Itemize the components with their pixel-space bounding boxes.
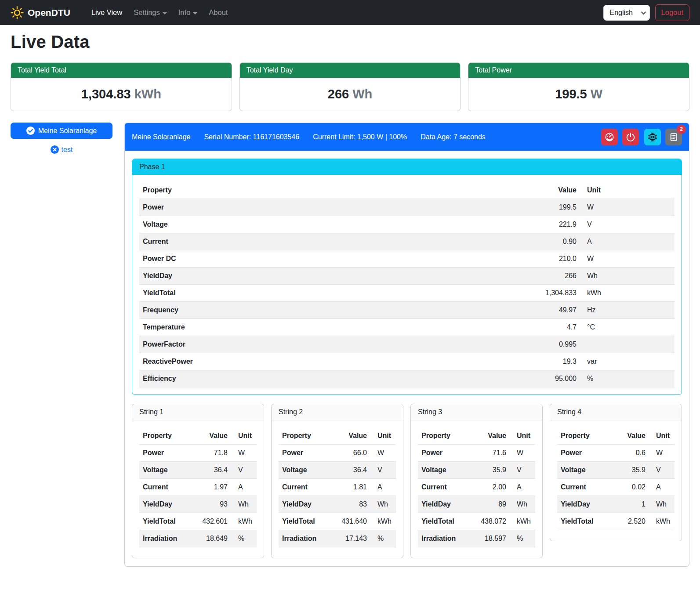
property-cell: YieldTotal [557, 513, 609, 530]
property-cell: Power [557, 445, 609, 462]
value-cell: 95.000 [527, 370, 580, 387]
property-cell: Voltage [418, 462, 469, 479]
value-cell: 438.072 [469, 513, 510, 530]
column-header: Unit [649, 427, 675, 445]
nav-item-info[interactable]: Info [178, 8, 198, 17]
nav-item-about[interactable]: About [209, 8, 228, 17]
brand-link[interactable]: OpenDTU [11, 6, 70, 19]
property-cell: YieldDay [279, 496, 330, 513]
unit-cell: kWh [370, 513, 396, 530]
unit-cell: % [370, 530, 396, 547]
string-1-card: String 1 PropertyValueUnitPower71.8WVolt… [132, 404, 264, 558]
value-cell: 71.6 [469, 445, 510, 462]
table-row: Current1.81A [279, 479, 396, 496]
table-row: Temperature4.7°C [139, 319, 675, 336]
value-cell: 19.3 [527, 353, 580, 370]
strings-row: String 1 PropertyValueUnitPower71.8WVolt… [132, 404, 682, 558]
property-cell: Power [279, 445, 330, 462]
event-log-button[interactable]: 2 [665, 129, 682, 145]
device-info-button[interactable] [644, 129, 661, 145]
card-value: 199.5 [555, 87, 587, 101]
property-cell: Frequency [139, 302, 527, 319]
page-title: Live Data [11, 32, 689, 52]
selected-inverter-button[interactable]: Meine Solaranlage [11, 123, 112, 139]
value-cell: 18.649 [191, 530, 231, 547]
language-select[interactable]: English [603, 5, 650, 21]
table-header-row: PropertyValueUnit [418, 427, 535, 445]
nav-item-settings[interactable]: Settings [134, 8, 167, 17]
property-cell: Current [279, 479, 330, 496]
unit-cell: % [231, 530, 257, 547]
value-cell: 1 [609, 496, 649, 513]
unit-cell: A [649, 479, 675, 496]
inverter-serial: Serial Number: 116171603546 [204, 133, 299, 141]
gauge-icon [605, 132, 614, 142]
property-cell: Voltage [557, 462, 609, 479]
unit-cell: Wh [580, 268, 675, 285]
column-header: Value [469, 427, 510, 445]
unit-cell: % [580, 370, 675, 387]
table-row: YieldDay89Wh [418, 496, 535, 513]
inverter-selector-sidebar: Meine Solaranlage test [11, 123, 112, 154]
string-1-table: PropertyValueUnitPower71.8WVoltage36.4VC… [139, 427, 257, 547]
table-row: YieldTotal2.520kWh [557, 513, 675, 530]
table-header-row: PropertyValueUnit [139, 427, 257, 445]
inverter-data-age: Data Age: 7 seconds [421, 133, 486, 141]
inverter-test-label: test [62, 146, 73, 154]
nav-item-live-view[interactable]: Live View [91, 8, 122, 17]
table-row: Irradiation18.597% [418, 530, 535, 547]
phase-title: Phase 1 [132, 159, 682, 175]
column-header: Value [609, 427, 649, 445]
unit-cell: W [580, 199, 675, 216]
property-cell: YieldDay [418, 496, 469, 513]
card-title: Total Yield Total [11, 63, 232, 78]
value-cell: 35.9 [609, 462, 649, 479]
unit-cell: W [231, 445, 257, 462]
card-title: Total Yield Day [240, 63, 461, 78]
value-cell: 432.601 [191, 513, 231, 530]
card-value: 266 [328, 87, 349, 101]
unit-cell: var [580, 353, 675, 370]
unit-cell: W [370, 445, 396, 462]
power-icon [626, 132, 635, 142]
column-header: Property [139, 182, 527, 199]
limit-settings-button[interactable] [601, 129, 618, 145]
value-cell: 35.9 [469, 462, 510, 479]
card-unit: W [591, 87, 602, 101]
value-cell: 1,304.833 [527, 285, 580, 302]
check-circle-icon [26, 127, 35, 135]
table-row: YieldDay1Wh [557, 496, 675, 513]
table-header-row: PropertyValueUnit [139, 182, 675, 199]
column-header: Property [279, 427, 330, 445]
card-unit: Wh [352, 87, 372, 101]
unit-cell: kWh [231, 513, 257, 530]
table-row: Current0.90A [139, 233, 675, 250]
unit-cell: W [580, 250, 675, 268]
table-row: Voltage36.4V [279, 462, 396, 479]
property-cell: YieldTotal [418, 513, 469, 530]
logout-button[interactable]: Logout [655, 4, 689, 21]
value-cell: 89 [469, 496, 510, 513]
inverter-actions: 2 [601, 129, 682, 145]
value-cell: 18.597 [469, 530, 510, 547]
unit-cell: A [370, 479, 396, 496]
nav-item-label: About [209, 8, 228, 17]
table-row: Voltage221.9V [139, 216, 675, 233]
value-cell: 71.8 [191, 445, 231, 462]
value-cell: 431.640 [330, 513, 370, 530]
navbar-right: English Logout [603, 4, 689, 21]
unit-cell: V [231, 462, 257, 479]
power-toggle-button[interactable] [622, 129, 639, 145]
column-header: Unit [370, 427, 396, 445]
unit-cell: kWh [649, 513, 675, 530]
value-cell: 2.520 [609, 513, 649, 530]
inverter-item-test[interactable]: test [11, 145, 112, 154]
unit-cell: V [510, 462, 535, 479]
sun-logo-icon [11, 6, 24, 19]
table-row: YieldDay93Wh [139, 496, 257, 513]
nav-item-label: Settings [134, 8, 160, 17]
table-row: Power71.8W [139, 445, 257, 462]
column-header: Property [557, 427, 609, 445]
unit-cell: Wh [231, 496, 257, 513]
value-cell: 0.02 [609, 479, 649, 496]
